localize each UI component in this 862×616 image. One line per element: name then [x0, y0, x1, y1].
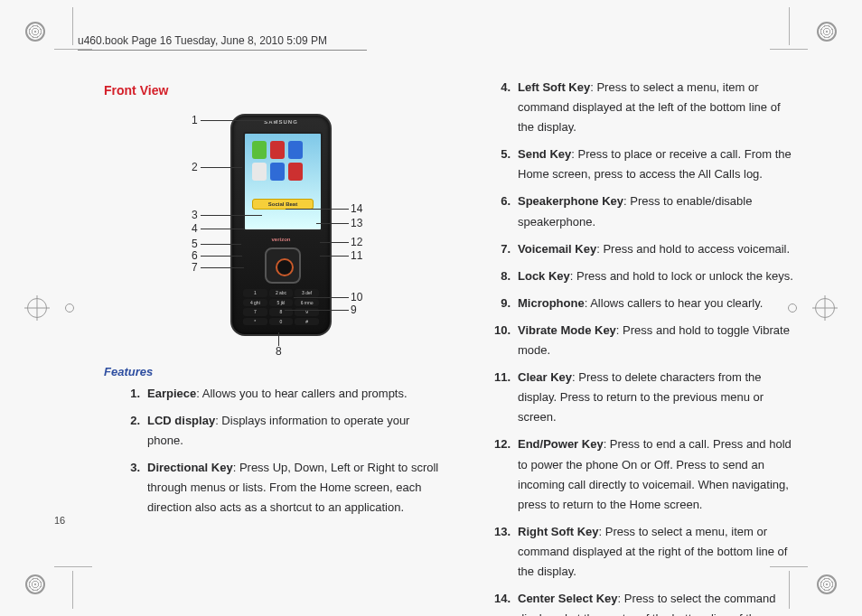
feature-term: Right Soft Key	[518, 525, 599, 538]
callout-line-5	[201, 244, 241, 245]
key-5: 5 jkl	[269, 299, 294, 307]
callout-2: 2	[192, 161, 198, 173]
reg-mark-bl	[25, 574, 45, 594]
callout-line-4	[201, 229, 244, 229]
feature-term: LCD display	[147, 414, 215, 427]
callout-9: 9	[351, 303, 357, 316]
app-icon-4	[252, 163, 267, 181]
key-2: 2 abc	[269, 289, 294, 297]
feature-term: Vibrate Mode Key	[518, 323, 616, 337]
key-4: 4 ghi	[243, 299, 267, 307]
callout-3: 3	[192, 209, 198, 221]
callout-line-2	[201, 167, 242, 168]
feature-term: Microphone	[518, 296, 585, 310]
feature-num: 5.	[485, 145, 511, 164]
feature-term: End/Power Key	[518, 437, 604, 451]
callout-line-7	[201, 267, 244, 268]
callout-13: 13	[351, 217, 362, 229]
feature-num: 14.	[485, 589, 511, 609]
feature-item-13: 13.Right Soft Key: Press to select a men…	[501, 522, 794, 582]
callout-7: 7	[192, 261, 198, 274]
feature-term: Clear Key	[518, 370, 572, 384]
feature-item-6: 6.Speakerphone Key: Press to enable/disa…	[501, 191, 794, 231]
callout-line-14	[286, 209, 349, 210]
crop-bl-v	[72, 571, 73, 609]
callout-10: 10	[351, 291, 362, 303]
key-3: 3 def	[295, 289, 319, 297]
feature-num: 11.	[485, 368, 511, 387]
key-7: 7	[243, 308, 267, 316]
feature-desc: : Press and hold to lock or unlock the k…	[570, 269, 793, 283]
reg-mark-ml	[27, 298, 47, 318]
feature-desc: : Allows callers to hear you clearly.	[585, 296, 764, 310]
reg-mark-tr	[817, 22, 837, 42]
feature-item-8: 8.Lock Key: Press and hold to lock or un…	[501, 266, 794, 286]
callout-line-6	[201, 256, 242, 257]
phone-keypad: 1 2 abc 3 def 4 ghi 5 jkl 6 mno 7 8 9 * …	[243, 289, 319, 325]
feature-item-11: 11.Clear Key: Press to delete characters…	[501, 368, 794, 427]
callout-6: 6	[192, 249, 198, 262]
feature-term: Center Select Key	[518, 592, 618, 605]
heading-front-view: Front View	[104, 83, 447, 98]
feature-num: 2.	[115, 411, 140, 431]
app-icon-5	[270, 163, 285, 181]
feature-num: 7.	[485, 239, 511, 259]
callout-12: 12	[351, 236, 362, 248]
feature-num: 9.	[485, 294, 511, 313]
feature-term: Voicemail Key	[518, 242, 596, 256]
page-header: u460.book Page 16 Tuesday, June 8, 2010 …	[78, 34, 367, 51]
callout-line-1	[201, 120, 275, 121]
callout-line-10	[294, 297, 349, 298]
feature-item-4: 4.Left Soft Key: Press to select a menu,…	[501, 78, 794, 137]
feature-item-2: 2.LCD display: Displays information to o…	[131, 411, 447, 451]
crop-tr-v	[789, 7, 790, 45]
feature-num: 12.	[485, 434, 511, 454]
feature-item-7: 7.Voicemail Key: Press and hold to acces…	[501, 239, 794, 259]
feature-term: Left Soft Key	[518, 80, 590, 94]
feature-num: 1.	[115, 384, 140, 404]
feature-item-1: 1.Earpiece: Allows you to hear callers a…	[131, 384, 447, 404]
feature-term: Send Key	[518, 147, 571, 161]
phone-diagram: SAMSUNG Social Beat verizon	[126, 107, 425, 359]
reg-mark-br	[817, 574, 837, 594]
features-list-right: 4.Left Soft Key: Press to select a menu,…	[474, 78, 794, 616]
callout-8: 8	[276, 345, 282, 358]
heading-features: Features	[104, 365, 447, 378]
crop-tr-h	[770, 49, 808, 50]
feature-item-14: 14.Center Select Key: Press to select th…	[501, 589, 794, 616]
feature-item-3: 3.Directional Key: Press Up, Down, Left …	[131, 458, 447, 518]
feature-num: 3.	[115, 458, 140, 478]
reg-mark-tl	[25, 22, 45, 42]
callout-line-8	[278, 332, 279, 346]
callout-line-9	[285, 310, 349, 311]
feature-item-5: 5.Send Key: Press to place or receive a …	[501, 145, 794, 184]
page-content: Front View SAMSUNG Social Beat	[104, 70, 794, 562]
app-icon-6	[288, 163, 303, 181]
phone-carrier-label: verizon	[232, 237, 330, 242]
feature-term: Speakerphone Key	[518, 194, 623, 208]
feature-desc: : Press and hold to access voicemail.	[596, 242, 790, 256]
phone-dpad	[265, 247, 301, 284]
two-column-layout: Front View SAMSUNG Social Beat	[104, 70, 794, 616]
feature-num: 10.	[485, 321, 511, 341]
feature-item-9: 9.Microphone: Allows callers to hear you…	[501, 294, 794, 313]
key-star: *	[243, 318, 267, 326]
feature-num: 13.	[485, 522, 511, 542]
features-list-left: 1.Earpiece: Allows you to hear callers a…	[104, 384, 447, 518]
app-icon-3	[288, 141, 303, 159]
feature-item-10: 10.Vibrate Mode Key: Press and hold to t…	[501, 321, 794, 360]
reg-mark-ml-inner	[65, 303, 74, 313]
feature-term: Earpiece	[147, 387, 196, 400]
key-0: 0	[269, 318, 294, 326]
column-left: Front View SAMSUNG Social Beat	[104, 70, 447, 616]
phone-body: SAMSUNG Social Beat verizon	[230, 114, 332, 336]
phone-screen: Social Beat	[243, 132, 323, 231]
reg-mark-mr	[815, 298, 835, 318]
callout-line-13	[316, 223, 349, 224]
screen-apps	[252, 141, 314, 181]
feature-term: Lock Key	[518, 269, 570, 283]
callout-4: 4	[192, 222, 198, 235]
feature-term: Directional Key	[147, 461, 233, 474]
feature-item-12: 12.End/Power Key: Press to end a call. P…	[501, 434, 794, 514]
callout-line-12	[320, 242, 349, 243]
